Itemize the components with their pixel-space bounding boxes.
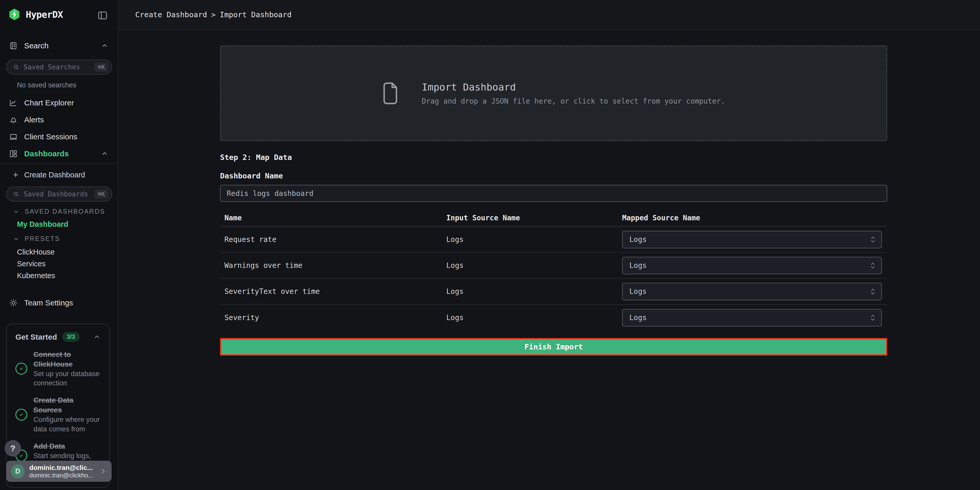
user-name: dominic.tran@clic... bbox=[29, 464, 95, 472]
mapped-source-select[interactable]: Logs bbox=[622, 257, 882, 274]
chevron-up-icon bbox=[101, 150, 108, 158]
search-icon bbox=[12, 63, 20, 71]
table-row: Warnings over time Logs Logs bbox=[220, 253, 887, 279]
chevrons-up-down-icon bbox=[869, 261, 877, 270]
row-input-source: Logs bbox=[446, 235, 622, 244]
user-account-chip[interactable]: D dominic.tran@clic... dominic.tran@clic… bbox=[6, 461, 111, 482]
selected-value: Logs bbox=[629, 235, 647, 244]
breadcrumb-create-dashboard[interactable]: Create Dashboard bbox=[135, 10, 207, 19]
import-dropzone[interactable]: Import Dashboard Drag and drop a JSON fi… bbox=[220, 46, 887, 141]
search-icon bbox=[12, 190, 20, 198]
progress-badge: 3/3 bbox=[62, 332, 80, 342]
column-header-name: Name bbox=[220, 214, 446, 222]
saved-searches-input[interactable] bbox=[24, 63, 95, 71]
table-header-row: Name Input Source Name Mapped Source Nam… bbox=[220, 210, 887, 227]
chevron-up-icon[interactable] bbox=[93, 333, 101, 341]
row-name: Request rate bbox=[220, 235, 446, 244]
breadcrumb-separator: > bbox=[211, 10, 215, 19]
sidebar-divider bbox=[0, 163, 118, 164]
checklist-item-title: Connect to ClickHouse bbox=[33, 350, 101, 369]
chevrons-up-down-icon bbox=[869, 287, 877, 296]
sidebar-item-dashboards[interactable]: Dashboards bbox=[0, 145, 118, 162]
section-header-label: SAVED DASHBOARDS bbox=[25, 208, 105, 215]
app-title: HyperDX bbox=[26, 9, 63, 20]
section-header-label: PRESETS bbox=[25, 235, 60, 242]
main-content: Import Dashboard Drag and drop a JSON fi… bbox=[220, 30, 887, 356]
breadcrumb: Create Dashboard>Import Dashboard bbox=[135, 10, 291, 19]
row-input-source: Logs bbox=[446, 287, 622, 296]
row-name: Warnings over time bbox=[220, 261, 446, 270]
user-email: dominic.tran@clickho... bbox=[29, 472, 95, 479]
get-started-title: Get Started bbox=[16, 332, 57, 341]
sidebar-item-clickhouse[interactable]: ClickHouse bbox=[17, 248, 55, 256]
row-name: SeverityText over time bbox=[220, 287, 446, 296]
mapped-source-select[interactable]: Logs bbox=[622, 231, 882, 248]
file-icon bbox=[382, 81, 399, 105]
sidebar-item-kubernetes[interactable]: Kubernetes bbox=[17, 272, 55, 280]
check-circle-icon bbox=[16, 409, 27, 421]
sidebar-item-alerts[interactable]: Alerts bbox=[0, 111, 118, 128]
app-logo[interactable]: HyperDX bbox=[8, 8, 63, 21]
sidebar: HyperDX Search ⌘K No saved searches Char… bbox=[0, 0, 118, 490]
sidebar-section-search[interactable]: Search bbox=[0, 38, 118, 54]
mapped-source-select[interactable]: Logs bbox=[622, 283, 882, 300]
help-button[interactable]: ? bbox=[5, 440, 21, 457]
shortcut-badge: ⌘K bbox=[95, 189, 108, 199]
column-header-mapped-source: Mapped Source Name bbox=[622, 214, 887, 222]
avatar: D bbox=[11, 464, 25, 478]
no-saved-searches-text: No saved searches bbox=[17, 81, 76, 89]
dashboard-name-label: Dashboard Name bbox=[220, 172, 887, 180]
step-label: Step 2: Map Data bbox=[220, 153, 887, 162]
row-input-source: Logs bbox=[446, 261, 622, 270]
bell-icon bbox=[9, 115, 18, 124]
table-row: SeverityText over time Logs Logs bbox=[220, 279, 887, 305]
sidebar-item-team-settings[interactable]: Team Settings bbox=[0, 294, 118, 311]
checklist-item-title: Add Data bbox=[33, 441, 101, 451]
topbar: Create Dashboard>Import Dashboard bbox=[119, 0, 980, 30]
checklist-item: Connect to ClickHouse Set up your databa… bbox=[16, 350, 101, 388]
sidebar-item-chart-explorer[interactable]: Chart Explorer bbox=[0, 95, 118, 111]
sidebar-item-my-dashboard[interactable]: My Dashboard bbox=[17, 220, 68, 229]
selected-value: Logs bbox=[629, 313, 647, 322]
shortcut-badge: ⌘K bbox=[95, 62, 108, 72]
saved-searches-searchbox[interactable]: ⌘K bbox=[6, 60, 112, 75]
checklist-item: Create Data Sources Configure where your… bbox=[16, 395, 101, 433]
map-data-table: Name Input Source Name Mapped Source Nam… bbox=[220, 210, 887, 331]
presets-header[interactable]: PRESETS bbox=[13, 235, 60, 242]
saved-dashboards-header[interactable]: SAVED DASHBOARDS bbox=[13, 208, 105, 215]
chevron-down-icon bbox=[13, 235, 19, 242]
sidebar-item-label: Search bbox=[24, 41, 95, 50]
mapped-source-select[interactable]: Logs bbox=[622, 309, 882, 326]
selected-value: Logs bbox=[629, 261, 647, 270]
dropzone-title: Import Dashboard bbox=[422, 81, 725, 93]
sidebar-item-services[interactable]: Services bbox=[17, 260, 46, 268]
dashboard-grid-icon bbox=[9, 149, 18, 158]
finish-import-button[interactable]: Finish Import bbox=[220, 338, 887, 356]
table-row: Request rate Logs Logs bbox=[220, 227, 887, 253]
sidebar-item-label: Dashboards bbox=[24, 150, 95, 158]
table-row: Severity Logs Logs bbox=[220, 305, 887, 331]
create-dashboard-button[interactable]: Create Dashboard bbox=[0, 167, 118, 183]
chevrons-up-down-icon bbox=[869, 235, 877, 244]
hyperdx-logo-icon bbox=[8, 8, 21, 21]
dashboard-name-input[interactable] bbox=[220, 185, 887, 202]
laptop-icon bbox=[9, 132, 18, 142]
saved-dashboards-searchbox[interactable]: ⌘K bbox=[6, 187, 112, 202]
checklist-item-desc: Set up your database connection bbox=[33, 369, 101, 388]
sidebar-item-label: Alerts bbox=[24, 115, 118, 124]
dropzone-subtitle: Drag and drop a JSON file here, or click… bbox=[422, 97, 725, 105]
column-header-input-source: Input Source Name bbox=[446, 214, 622, 222]
chevron-right-icon bbox=[99, 468, 107, 475]
chevron-up-icon bbox=[101, 42, 108, 49]
collapse-sidebar-icon[interactable] bbox=[97, 9, 109, 22]
sidebar-item-label: Client Sessions bbox=[24, 132, 118, 141]
chevron-down-icon bbox=[13, 208, 19, 215]
sidebar-item-client-sessions[interactable]: Client Sessions bbox=[0, 129, 118, 145]
selected-value: Logs bbox=[629, 287, 647, 296]
create-dashboard-label: Create Dashboard bbox=[24, 171, 118, 179]
sidebar-item-label: Team Settings bbox=[24, 299, 118, 307]
saved-dashboards-input[interactable] bbox=[24, 190, 95, 198]
row-name: Severity bbox=[220, 313, 446, 322]
checklist-item-title: Create Data Sources bbox=[33, 395, 101, 415]
line-chart-icon bbox=[9, 98, 18, 107]
